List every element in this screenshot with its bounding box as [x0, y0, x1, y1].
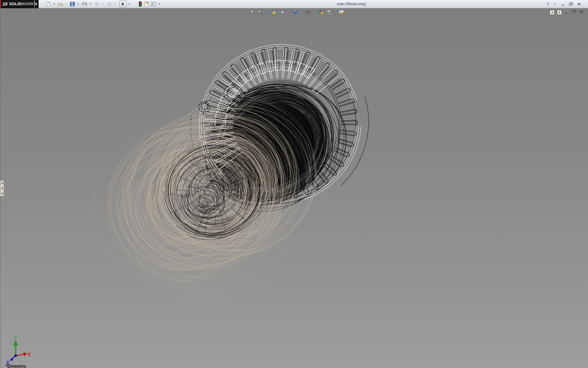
graphics-viewport[interactable]: Y X Z *Dimetric	[0, 9, 588, 368]
redo-icon	[106, 2, 112, 7]
3ds-logo-mark: 3S	[2, 2, 8, 6]
solidworks-logo: 3S SOLIDWORKS	[0, 0, 34, 8]
pane-right-button[interactable]	[557, 10, 562, 15]
open-folder-icon	[58, 2, 63, 7]
view-settings-icon	[338, 9, 345, 15]
print-dropdown-arrow[interactable]	[89, 3, 91, 5]
pane-left-icon	[551, 11, 553, 14]
splitter-arrow-icon	[1, 187, 3, 189]
edit-appearance-button[interactable]	[318, 9, 324, 15]
doc-minimize-icon	[564, 10, 569, 14]
save-dropdown-arrow[interactable]	[77, 3, 79, 5]
undo-icon	[94, 2, 100, 7]
help-button[interactable]: ?	[547, 2, 549, 7]
view-orientation-button[interactable]	[280, 9, 285, 15]
select-cursor-icon	[120, 1, 126, 7]
select-button[interactable]	[119, 1, 127, 7]
view-settings-button[interactable]	[338, 9, 345, 15]
help-dropdown-arrow[interactable]	[554, 4, 556, 5]
print-button[interactable]	[81, 1, 88, 7]
orientation-triad: Y X Z	[4, 335, 33, 365]
options-dropdown-arrow[interactable]	[159, 3, 160, 5]
feature-manager-splitter[interactable]	[0, 180, 4, 196]
minimize-icon	[561, 2, 565, 6]
pane-left-button[interactable]	[550, 10, 554, 15]
open-dropdown-arrow[interactable]	[65, 3, 67, 5]
new-document-icon	[46, 2, 51, 7]
hide-show-items-glasses-icon	[305, 9, 311, 15]
doc-close-button[interactable]	[579, 10, 584, 15]
redo-dropdown-arrow[interactable]	[114, 3, 116, 5]
apply-scene-button[interactable]	[326, 9, 332, 15]
new-dropdown-arrow[interactable]	[53, 3, 55, 5]
open-button[interactable]	[57, 1, 63, 7]
options-button[interactable]	[150, 1, 157, 7]
close-icon	[577, 2, 581, 6]
solidworks-logo-text: SOLIDWORKS	[9, 2, 36, 6]
triad-y-label: Y	[14, 335, 17, 340]
options-icon	[151, 1, 156, 7]
doc-close-icon	[579, 10, 584, 14]
zoom-to-area-button[interactable]	[257, 9, 263, 15]
restore-button[interactable]	[569, 2, 573, 6]
previous-view-icon	[265, 9, 270, 15]
close-button[interactable]	[577, 2, 581, 6]
undo-dropdown-arrow[interactable]	[102, 3, 104, 5]
doc-restore-button[interactable]	[571, 10, 576, 15]
restore-icon	[569, 2, 573, 6]
display-style-icon	[292, 9, 298, 15]
pane-right-icon	[558, 11, 561, 14]
window-title: main [Read-only]	[337, 2, 366, 6]
section-view-icon	[272, 9, 278, 15]
display-style-button[interactable]	[292, 9, 298, 15]
apply-scene-icon	[326, 9, 332, 15]
rebuild-traffic-light-icon	[138, 1, 142, 7]
view-orientation-icon	[280, 9, 285, 15]
file-properties-button[interactable]	[143, 1, 150, 7]
save-button[interactable]	[70, 1, 75, 7]
splitter-arrow-icon	[1, 182, 3, 184]
zoom-to-fit-icon	[250, 9, 255, 15]
new-document-button[interactable]	[45, 1, 51, 7]
print-icon	[82, 2, 87, 7]
file-properties-icon	[144, 1, 149, 7]
section-view-button[interactable]	[272, 9, 278, 15]
headsup-view-toolbar	[249, 9, 345, 15]
triad-x-label: X	[28, 352, 31, 357]
engine-model-wireframe[interactable]	[0, 9, 588, 368]
orientation-label: *Dimetric	[6, 363, 26, 368]
edit-appearance-icon	[318, 9, 324, 15]
hide-show-items-button[interactable]	[305, 9, 311, 15]
redo-button[interactable]	[106, 1, 112, 7]
rebuild-button[interactable]	[138, 1, 143, 7]
title-bar: 3S SOLIDWORKS	[0, 0, 588, 8]
doc-restore-icon	[571, 10, 576, 14]
splitter-arrow-icon	[1, 193, 3, 194]
undo-button[interactable]	[94, 1, 100, 7]
doc-minimize-button[interactable]	[564, 10, 569, 15]
standard-toolbar	[45, 1, 162, 7]
zoom-to-area-icon	[257, 9, 263, 15]
window-controls: ?	[547, 0, 581, 8]
save-floppy-icon	[70, 2, 75, 7]
previous-view-button[interactable]	[265, 9, 270, 15]
select-dropdown-arrow[interactable]	[129, 3, 130, 5]
document-window-controls	[550, 10, 584, 15]
zoom-to-fit-button[interactable]	[250, 9, 255, 15]
minimize-button[interactable]	[561, 2, 565, 6]
